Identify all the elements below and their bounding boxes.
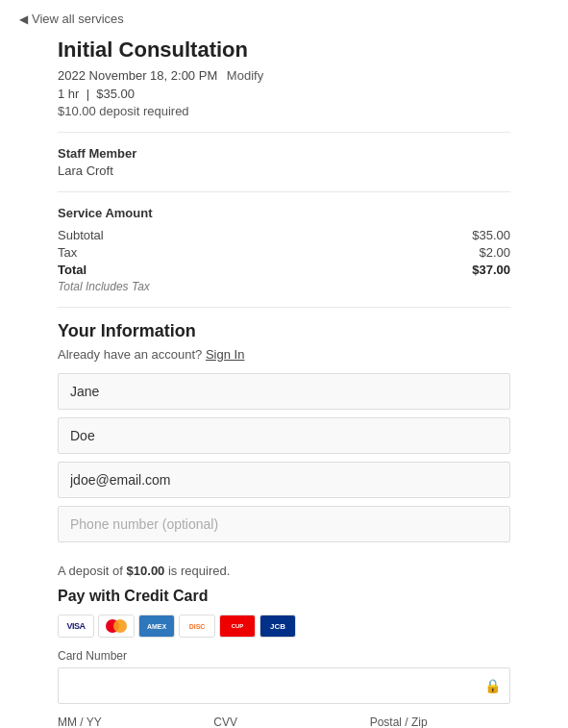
discover-icon: DISC bbox=[179, 615, 215, 638]
total-row: Total $37.00 bbox=[58, 263, 510, 277]
deposit-prefix: A deposit of bbox=[58, 564, 123, 578]
subtotal-value: $35.00 bbox=[472, 228, 510, 242]
deposit-suffix: is required. bbox=[168, 564, 230, 578]
divider-3 bbox=[58, 307, 510, 308]
service-datetime: 2022 November 18, 2:00 PM Modify bbox=[58, 68, 510, 83]
cvv-label: CVV bbox=[213, 715, 354, 728]
last-name-input[interactable] bbox=[58, 417, 510, 454]
card-icons: VISA AMEX DISC CUP JCB bbox=[58, 615, 510, 638]
includes-tax: Total Includes Tax bbox=[58, 280, 510, 293]
tax-label: Tax bbox=[58, 245, 77, 260]
postal-label: Postal / Zip bbox=[370, 715, 510, 728]
deposit-amount: $10.00 bbox=[127, 564, 165, 578]
subtotal-row: Subtotal $35.00 bbox=[58, 228, 510, 242]
account-prompt: Already have an account? Sign In bbox=[58, 347, 510, 362]
card-number-wrapper: 🔒 bbox=[58, 667, 510, 704]
divider-1 bbox=[58, 132, 510, 133]
phone-input[interactable] bbox=[58, 506, 510, 542]
cvv-group: CVV bbox=[213, 715, 354, 728]
modify-link[interactable]: Modify bbox=[227, 68, 263, 83]
pay-with-credit-card-title: Pay with Credit Card bbox=[58, 588, 510, 605]
mc-orange-circle bbox=[113, 619, 127, 633]
divider-2 bbox=[58, 191, 510, 192]
deposit-note: $10.00 deposit required bbox=[58, 104, 510, 118]
service-title: Initial Consultation bbox=[58, 38, 510, 63]
main-content: Initial Consultation 2022 November 18, 2… bbox=[0, 38, 568, 728]
service-date: 2022 November 18, 2:00 PM bbox=[58, 68, 217, 83]
card-row: MM / YY CVV Postal / Zip bbox=[58, 715, 510, 728]
first-name-input[interactable] bbox=[58, 373, 510, 410]
postal-group: Postal / Zip bbox=[370, 715, 510, 728]
back-link[interactable]: ◀ View all services bbox=[0, 0, 568, 38]
email-input[interactable] bbox=[58, 462, 510, 498]
staff-label: Staff Member bbox=[58, 146, 510, 161]
lock-icon: 🔒 bbox=[484, 678, 501, 693]
subtotal-label: Subtotal bbox=[58, 228, 104, 242]
card-number-label: Card Number bbox=[58, 649, 510, 663]
deposit-required: A deposit of $10.00 is required. bbox=[58, 564, 510, 578]
your-info-title: Your Information bbox=[58, 321, 510, 341]
visa-icon: VISA bbox=[58, 615, 94, 638]
amount-label: Service Amount bbox=[58, 206, 510, 220]
sign-in-link[interactable]: Sign In bbox=[206, 347, 244, 362]
staff-name: Lara Croft bbox=[58, 163, 510, 178]
service-duration: 1 hr | $35.00 bbox=[58, 87, 510, 101]
jcb-icon: JCB bbox=[259, 615, 296, 638]
amex-icon: AMEX bbox=[138, 615, 175, 638]
back-link-label: View all services bbox=[32, 12, 124, 26]
total-label: Total bbox=[58, 263, 86, 277]
tax-value: $2.00 bbox=[479, 245, 510, 260]
chevron-left-icon: ◀ bbox=[19, 13, 28, 26]
mm-yy-label: MM / YY bbox=[58, 715, 198, 728]
account-prompt-text: Already have an account? bbox=[58, 347, 202, 362]
amount-section: Service Amount Subtotal $35.00 Tax $2.00… bbox=[58, 206, 510, 293]
cup-icon: CUP bbox=[219, 615, 256, 638]
mastercard-icon bbox=[98, 615, 135, 638]
mm-yy-group: MM / YY bbox=[58, 715, 198, 728]
card-number-input[interactable] bbox=[58, 667, 510, 704]
tax-row: Tax $2.00 bbox=[58, 245, 510, 260]
total-value: $37.00 bbox=[472, 263, 510, 277]
